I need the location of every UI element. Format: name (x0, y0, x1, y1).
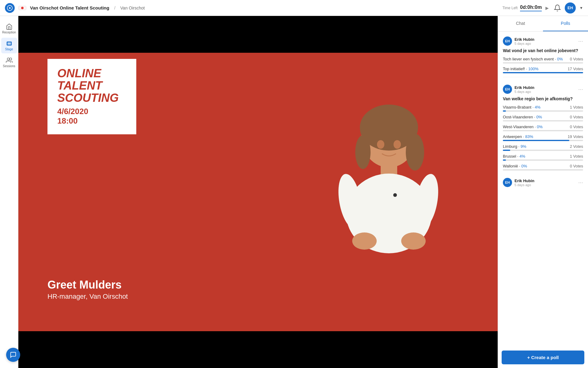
poll-votes-1-2: 0 Votes (570, 125, 583, 129)
tab-polls[interactable]: Polls (543, 16, 588, 31)
right-panel: Chat Polls EH Erik Hubin 5 days ago ⋯ Wa… (498, 16, 588, 368)
svg-point-7 (406, 134, 424, 171)
poll-more-0[interactable]: ⋯ (578, 38, 583, 44)
panel-tabs: Chat Polls (498, 16, 588, 32)
poll-votes-1-4: 2 Votes (570, 144, 583, 149)
svg-point-16 (394, 140, 401, 149)
poll-block-1: EH Erik Hubin 5 days ago ⋯ Van welke reg… (503, 85, 583, 171)
main-content: Reception Stage Sessions ONL (0, 16, 588, 368)
poll-avatar-1: EH (503, 85, 512, 94)
chat-bubble[interactable] (6, 348, 20, 362)
poll-divider-0 (503, 77, 583, 77)
create-poll-button[interactable]: + Create a poll (502, 351, 584, 364)
poll-meta-1: Erik Hubin 5 days ago (514, 85, 576, 94)
svg-point-8 (355, 135, 371, 169)
time-left-value: 0d:0h:0m (520, 5, 542, 11)
home-icon (6, 23, 13, 30)
time-left-label: Time Left (502, 6, 518, 10)
poll-option-1-6: Wallonië · 0% 0 Votes (503, 164, 583, 171)
video-presenter-info: Greet Mulders HR-manager, Van Oirschot (47, 278, 128, 301)
poll-bar-bg-1-4 (503, 150, 583, 151)
poll-more-1[interactable]: ⋯ (578, 86, 583, 92)
event-badge (18, 6, 26, 10)
poll-avatar-2: EH (503, 178, 512, 187)
nav-actions: EH ▼ (554, 2, 583, 13)
top-nav: Van Oirschot Online Talent Scouting / Va… (0, 0, 588, 16)
video-overlay-card: ONLINE TALENT SCOUTING 4/6/2020 18:00 (47, 59, 136, 134)
sidebar-item-sessions[interactable]: Sessions (1, 55, 17, 70)
poll-votes-0-0: 0 Votes (570, 57, 583, 61)
poll-votes-1-5: 1 Votes (570, 154, 583, 159)
poll-meta-2: Erik Hubin 5 days ago (514, 178, 576, 187)
sidebar: Reception Stage Sessions (0, 16, 18, 368)
poll-avatar-0: EH (503, 36, 512, 46)
poll-votes-1-1: 0 Votes (570, 115, 583, 119)
poll-votes-1-0: 1 Votes (570, 105, 583, 109)
poll-votes-1-3: 19 Votes (567, 134, 583, 139)
polls-content[interactable]: EH Erik Hubin 5 days ago ⋯ Wat vond je v… (498, 32, 588, 347)
poll-bar-bg-0-1 (503, 72, 583, 73)
poll-votes-1-6: 0 Votes (570, 164, 583, 168)
poll-block-2: EH Erik Hubin 5 days ago ⋯ (503, 178, 583, 187)
poll-author-0: Erik Hubin (514, 37, 576, 42)
poll-option-0-0: Toch liever een fysisch event · 0% 0 Vot… (503, 57, 583, 63)
event-title: Van Oirschot Online Talent Scouting (30, 5, 109, 10)
svg-rect-2 (7, 42, 11, 44)
presenter-name: Greet Mulders (47, 278, 128, 291)
user-avatar[interactable]: EH (565, 2, 576, 13)
video-top-black (18, 16, 498, 53)
poll-bar-bg-1-2 (503, 130, 583, 131)
poll-bar-bg-1-1 (503, 120, 583, 121)
poll-question-0: Wat vond je van het online jobevent? (503, 48, 583, 53)
option-label-1-0: Vlaams-Brabant · 4% (503, 105, 541, 109)
poll-option-0-1: Top initiatief! · 100% 17 Votes (503, 67, 583, 73)
video-main: ONLINE TALENT SCOUTING 4/6/2020 18:00 Gr… (18, 53, 498, 331)
option-label-0-0: Toch liever een fysisch event · 0% (503, 57, 563, 61)
reception-label: Reception (2, 31, 16, 34)
option-label-1-1: Oost-Vlaanderen · 0% (503, 115, 542, 119)
svg-point-4 (9, 58, 11, 60)
chevron-down-icon[interactable]: ▼ (579, 6, 583, 10)
video-overlay-date: 4/6/2020 (57, 107, 126, 116)
poll-bar-bg-0-0 (503, 62, 583, 63)
poll-option-1-0: Vlaams-Brabant · 4% 1 Votes (503, 105, 583, 112)
sidebar-item-stage[interactable]: Stage (1, 38, 17, 53)
poll-bar-fill-1-3 (503, 140, 569, 141)
presenter-role: HR-manager, Van Oirschot (47, 293, 128, 301)
expand-button[interactable]: ▶ (544, 4, 550, 12)
poll-bar-bg-1-5 (503, 159, 583, 161)
poll-option-1-3: Antwerpen · 83% 19 Votes (503, 134, 583, 141)
poll-time-1: 5 days ago (514, 90, 576, 94)
poll-header-2: EH Erik Hubin 5 days ago ⋯ (503, 178, 583, 187)
sessions-icon (6, 57, 13, 64)
svg-point-13 (352, 232, 377, 250)
poll-meta-0: Erik Hubin 5 days ago (514, 37, 576, 45)
bell-icon[interactable] (554, 4, 561, 12)
svg-point-15 (377, 140, 384, 149)
option-label-1-6: Wallonië · 0% (503, 164, 527, 168)
tab-chat[interactable]: Chat (498, 16, 543, 31)
chat-bubble-icon (10, 351, 17, 358)
poll-time-0: 5 days ago (514, 42, 576, 45)
option-label-1-3: Antwerpen · 83% (503, 134, 533, 139)
poll-option-1-4: Limburg · 9% 2 Votes (503, 144, 583, 151)
svg-point-14 (401, 232, 426, 250)
breadcrumb-sep: / (114, 6, 115, 10)
poll-more-2[interactable]: ⋯ (578, 180, 583, 186)
event-sub: Van Oirschot (120, 6, 145, 10)
poll-option-1-1: Oost-Vlaanderen · 0% 0 Votes (503, 115, 583, 121)
video-area: ONLINE TALENT SCOUTING 4/6/2020 18:00 Gr… (18, 16, 498, 368)
video-overlay-time: 18:00 (57, 116, 126, 126)
sidebar-item-reception[interactable]: Reception (1, 21, 17, 36)
sessions-label: Sessions (3, 64, 15, 68)
option-label-1-4: Limburg · 9% (503, 144, 526, 149)
event-badge-dot (21, 7, 24, 9)
svg-point-3 (7, 58, 9, 60)
logo-icon[interactable] (5, 3, 15, 13)
poll-question-1: Van welke regio ben je afkomstig? (503, 96, 583, 101)
poll-time-2: 5 days ago (514, 183, 576, 187)
poll-header-1: EH Erik Hubin 5 days ago ⋯ (503, 85, 583, 94)
poll-votes-0-1: 17 Votes (567, 67, 583, 71)
poll-option-1-2: West-Vlaanderen · 0% 0 Votes (503, 125, 583, 131)
poll-author-2: Erik Hubin (514, 178, 576, 183)
